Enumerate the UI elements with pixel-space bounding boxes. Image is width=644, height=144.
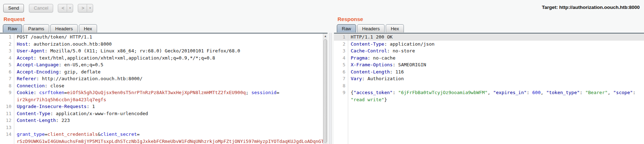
code-segment: , [488, 90, 493, 95]
code-segment: client_secret [101, 132, 137, 137]
code-segment: : no-store [387, 48, 415, 53]
code-segment: "scope" [613, 90, 633, 95]
code-segment: : gzip, deflate [59, 69, 100, 74]
code-line: ir2kgnr7ih1q5h6ccbnj0a423lq7egfs [0, 96, 323, 103]
panel-splitter[interactable] [329, 33, 332, 144]
code-segment: Accept [17, 55, 34, 61]
code-segment: "Bearer" [585, 90, 608, 95]
code-line: 3User-Agent: Mozilla/5.0 (X11; Linux x86… [0, 47, 323, 55]
code-segment: Accept-Language [17, 62, 59, 67]
dropdown-arrow-icon[interactable]: ▾ [87, 4, 91, 12]
code-text: ir2kgnr7ih1q5h6ccbnj0a423lq7egfs [17, 96, 106, 103]
code-segment: rSzD9UWKG1wI4GUmAuchsFm8jYP5M1TsxpLdhSTc… [17, 139, 323, 144]
code-line: 7Referer: http://authorization.oouch.htb… [0, 75, 323, 82]
code-line: 5X-Frame-Options: SAMEORIGIN [334, 61, 644, 68]
code-segment: = [277, 90, 279, 95]
line-number: 14 [0, 131, 14, 138]
request-scrollbar[interactable]: ▲ [323, 34, 328, 144]
tab-raw[interactable]: Raw [337, 24, 356, 32]
code-segment: Referer [17, 76, 36, 81]
code-segment: 600 [532, 90, 541, 95]
code-segment: csrftoken [39, 90, 64, 95]
target-label: Target: http://authorization.oouch.htb:8… [542, 5, 640, 10]
code-segment: , [608, 90, 613, 95]
code-segment: eiOfSk5ghJQuQjsx9en0sT5nrPTnRzPz8AkT3wxH… [67, 90, 246, 95]
code-line: 10Upgrade-Insecure-Requests: 1 [0, 103, 323, 110]
tab-params[interactable]: Params [23, 24, 49, 32]
code-line: 7Vary: Authorization [334, 75, 644, 82]
code-segment: : 223 [56, 118, 70, 123]
code-text: HTTP/1.1 200 OK [351, 34, 392, 41]
code-line: 6Content-Length: 116 [334, 68, 644, 76]
scroll-up-icon[interactable]: ▲ [323, 34, 328, 38]
code-segment: Content-Length [351, 69, 390, 74]
code-segment: User-Agent [17, 48, 45, 53]
response-editor[interactable]: 1HTTP/1.1 200 OK2Content-Type: applicati… [334, 34, 644, 144]
code-segment: ir2kgnr7ih1q5h6ccbnj0a423lq7egfs [17, 97, 106, 102]
code-segment: : text/html,application/xhtml+xml,applic… [34, 55, 215, 61]
code-segment: : application/x-www-form-urlencoded [50, 111, 148, 116]
code-text: Vary: Authorization [351, 75, 404, 82]
code-line: 8 [334, 82, 644, 89]
code-segment: Vary [351, 76, 362, 81]
code-text: "read write"} [351, 96, 387, 103]
line-number [334, 96, 348, 103]
tab-raw[interactable]: Raw [3, 24, 22, 32]
response-panel-title: Response [338, 16, 363, 22]
code-text: User-Agent: Mozilla/5.0 (X11; Linux x86_… [17, 47, 240, 55]
code-segment: "read write" [351, 97, 384, 102]
line-number: 4 [0, 55, 14, 62]
code-text: Content-Type: application/json [351, 41, 435, 48]
line-number: 6 [0, 68, 14, 76]
tab-hex[interactable]: Hex [386, 24, 404, 32]
line-number: 1 [0, 34, 14, 41]
code-line: 5Accept-Language: en-US,en;q=0.5 [0, 61, 323, 68]
code-text: grant_type=client_credentials&client_sec… [17, 131, 140, 138]
dropdown-arrow-icon[interactable]: ▾ [67, 4, 71, 12]
request-editor[interactable]: 1POST /oauth/token/ HTTP/1.12Host: autho… [0, 34, 323, 144]
code-segment: : [580, 90, 585, 95]
send-button[interactable]: Send [3, 4, 24, 12]
scrollbar-thumb[interactable] [324, 39, 327, 143]
code-line: 9{"access_token": "6jFrFbBa0twTcyjOz9ooa… [334, 89, 644, 96]
code-line: 6Accept-Encoding: gzip, deflate [0, 68, 323, 76]
code-text: Referer: http://authorization.oouch.htb:… [17, 75, 142, 82]
next-request-button[interactable]: >▾ [78, 4, 93, 12]
code-segment: sessionid [251, 90, 276, 95]
line-number: 6 [334, 68, 348, 76]
code-text: Accept: text/html,application/xhtml+xml,… [17, 55, 215, 62]
code-text: Content-Type: application/x-www-form-url… [17, 110, 148, 117]
code-segment: = [45, 132, 47, 137]
code-segment: grant_type [17, 132, 45, 137]
left-chevron-icon: < [62, 5, 65, 11]
code-line: "read write"} [334, 96, 644, 103]
code-segment: Content-Type [17, 111, 50, 116]
code-segment: & [98, 132, 101, 137]
code-text: Connection: close [17, 82, 64, 89]
cancel-button[interactable]: Cancel [29, 4, 53, 12]
code-text: Accept-Language: en-US,en;q=0.5 [17, 61, 103, 68]
prev-request-button[interactable]: <▾ [58, 4, 73, 12]
tab-hex[interactable]: Hex [79, 24, 97, 32]
code-text: Upgrade-Insecure-Requests: 1 [17, 103, 95, 110]
tab-headers[interactable]: Headers [357, 24, 385, 32]
tab-headers[interactable]: Headers [50, 24, 78, 32]
code-text: Content-Length: 223 [17, 117, 70, 124]
line-number: 8 [0, 82, 14, 89]
code-segment: Pragma [351, 55, 367, 61]
code-text: Host: authorization.oouch.htb:8000 [17, 41, 112, 48]
code-segment: Cookie [17, 90, 34, 95]
line-number: 3 [0, 47, 14, 55]
line-number [0, 138, 14, 144]
code-line: 14grant_type=client_credentials&client_s… [0, 131, 323, 138]
line-number: 12 [0, 117, 14, 124]
code-segment: : no-cache [367, 55, 395, 61]
code-segment: Cache-Control [351, 48, 387, 53]
code-line: 13 [0, 124, 323, 131]
request-tabs: RawParamsHeadersHex [3, 24, 328, 33]
line-number: 8 [334, 82, 348, 89]
line-number: 3 [334, 47, 348, 55]
code-segment: ; [246, 90, 252, 95]
code-segment: : 1 [87, 104, 95, 109]
code-line: 1POST /oauth/token/ HTTP/1.1 [0, 34, 323, 41]
